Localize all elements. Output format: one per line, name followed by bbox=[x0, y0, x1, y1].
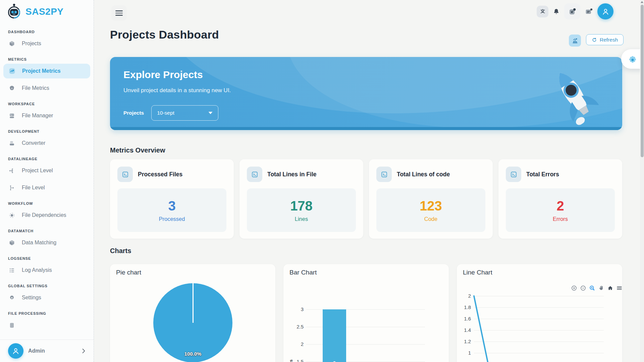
app-root: SAS2PY DASHBOARDProjectsMETRICSProject M… bbox=[0, 0, 644, 362]
target-icon bbox=[9, 212, 15, 219]
chart-title: Pie chart bbox=[116, 269, 141, 276]
sidebar-item-label: File Metrics bbox=[22, 85, 49, 91]
terminal-icon bbox=[247, 167, 262, 182]
caret-down-icon bbox=[208, 112, 213, 114]
app-name: SAS2PY bbox=[25, 6, 64, 17]
doc-icon bbox=[9, 322, 15, 328]
sidebar-item-converter[interactable]: Converter bbox=[3, 136, 90, 150]
refresh-icon bbox=[592, 37, 597, 43]
nav-section-label: DATALINEAGE bbox=[8, 157, 86, 161]
nav-section-label: WORKFLOW bbox=[8, 201, 86, 205]
sidebar-item-project-metrics[interactable]: Project Metrics bbox=[3, 64, 90, 78]
admin-menu[interactable]: Admin bbox=[0, 340, 94, 362]
metric-card-title: Total Lines of code bbox=[397, 171, 450, 178]
sidebar-item-settings[interactable]: Settings bbox=[3, 290, 90, 305]
drive-icon bbox=[9, 113, 15, 119]
bar-y-tick: 2 bbox=[283, 341, 304, 347]
page-scrollbar[interactable] bbox=[640, 0, 644, 362]
sidebar-item-projects[interactable]: Projects bbox=[3, 36, 90, 51]
nav-section-label: METRICS bbox=[8, 57, 86, 61]
project-select[interactable]: 10-sept bbox=[151, 105, 218, 121]
metric-value: 3 bbox=[168, 198, 175, 214]
user-avatar[interactable] bbox=[597, 3, 613, 19]
topbar-actions bbox=[537, 3, 613, 19]
chart-view-button[interactable] bbox=[569, 35, 581, 47]
banner-title: Explore Projects bbox=[123, 69, 203, 80]
page-title: Projects Dashboard bbox=[110, 28, 219, 41]
sidebar-item-file-level[interactable]: File Level bbox=[3, 180, 90, 195]
nav-section-label: DEVELOPMENT bbox=[8, 129, 86, 133]
metric-card-code: Total Lines of code 123 Code bbox=[369, 159, 493, 239]
projects-dropdown-label: Projects bbox=[123, 110, 144, 116]
metric-card-title: Total Lines in File bbox=[267, 171, 317, 178]
sidebar: SAS2PY DASHBOARDProjectsMETRICSProject M… bbox=[0, 0, 94, 362]
metric-value: 123 bbox=[420, 198, 442, 214]
metric-value: 178 bbox=[290, 198, 313, 214]
sidebar-item-label: Converter bbox=[22, 140, 45, 146]
nav-section-label: DATAMATCH bbox=[8, 229, 86, 233]
sidebar-item-file-metrics[interactable]: File Metrics bbox=[3, 81, 90, 96]
admin-label: Admin bbox=[28, 348, 80, 354]
terminal-icon bbox=[506, 167, 521, 182]
sidebar-item-label: Log Analysis bbox=[22, 267, 52, 273]
sidebar-item-label: Project Metrics bbox=[22, 68, 61, 74]
cube-icon bbox=[9, 41, 15, 47]
notification-bell-icon[interactable] bbox=[553, 8, 560, 15]
sidebar-item-label: File Level bbox=[22, 185, 45, 191]
sidebar-nav: DASHBOARDProjectsMETRICSProject MetricsF… bbox=[0, 30, 94, 333]
charts-grid: Pie chart 100.0%Bar Chart 3 2.5 2 1.5 3 … bbox=[110, 264, 622, 362]
metric-label: Processed bbox=[159, 216, 185, 222]
line-series[interactable] bbox=[457, 264, 622, 362]
nav-section-label: GLOBAL SETTINGS bbox=[8, 284, 86, 288]
nav-section-label: DASHBOARD bbox=[8, 30, 86, 34]
sidebar-item-data-matching[interactable]: Data Matching bbox=[3, 235, 90, 250]
trend-icon bbox=[9, 68, 15, 74]
metric-card-panel: 3 Processed bbox=[117, 188, 226, 232]
metric-card-panel: 178 Lines bbox=[247, 188, 356, 232]
nav-section-label: WORKSPACE bbox=[8, 102, 86, 106]
bar-chart-card: Bar Chart 3 2.5 2 1.5 3 Values bbox=[283, 264, 449, 362]
metric-label: Errors bbox=[553, 216, 568, 222]
scrollbar-thumb[interactable] bbox=[641, 5, 644, 157]
sidebar-item-label: Projects bbox=[22, 41, 41, 47]
scrollbar-up-arrow[interactable] bbox=[641, 1, 643, 3]
nav-section-label: FILE PROCESSING bbox=[8, 311, 86, 315]
metric-card-errors: Total Errors 2 Errors bbox=[498, 159, 622, 239]
sidebar-item-label: Settings bbox=[22, 295, 41, 301]
bar-y-tick: 3 bbox=[283, 306, 304, 312]
translate-icon[interactable] bbox=[537, 6, 548, 17]
metrics-heading: Metrics Overview bbox=[110, 146, 165, 154]
banner-bottom-strip bbox=[110, 127, 622, 130]
notes-icon[interactable] bbox=[585, 7, 593, 16]
bar[interactable] bbox=[323, 309, 346, 362]
terminal-icon bbox=[376, 167, 392, 182]
pie-chart-card: Pie chart 100.0% bbox=[110, 264, 275, 362]
sidebar-item-label: File Manager bbox=[22, 113, 53, 119]
charts-heading: Charts bbox=[110, 247, 131, 255]
robot-logo-icon bbox=[6, 3, 22, 20]
collapse-window-icon[interactable] bbox=[564, 3, 580, 19]
pie-data-label: 100.0% bbox=[176, 351, 210, 357]
sidebar-item-file-manager[interactable]: File Manager bbox=[3, 108, 90, 123]
admin-avatar bbox=[8, 343, 23, 359]
sidebar-item-project-level[interactable]: Project Level bbox=[3, 163, 90, 178]
metric-card-title: Total Errors bbox=[526, 171, 559, 178]
sidebar-toggle-button[interactable] bbox=[111, 5, 127, 21]
sidebar-item-file-dependencies[interactable]: File Dependencies bbox=[3, 208, 90, 223]
sidebar-item-log-analysis[interactable]: Log Analysis bbox=[3, 263, 90, 278]
metric-label: Code bbox=[424, 216, 437, 222]
converter-icon bbox=[9, 140, 15, 146]
line-chart-card: Line Chart 2 1.8 1.6 1.4 1.2 1 bbox=[457, 264, 622, 362]
sidebar-item-file-processing[interactable] bbox=[3, 318, 90, 333]
terminal-icon bbox=[117, 167, 133, 182]
sidebar-item-label: File Dependencies bbox=[22, 212, 66, 218]
sidebar-item-label: Project Level bbox=[22, 168, 53, 174]
refresh-label: Refresh bbox=[600, 37, 618, 43]
main-content: Projects Dashboard Refresh Expl bbox=[94, 0, 644, 362]
metrics-grid: Processed Files 3 Processed Total Lines … bbox=[110, 159, 622, 239]
metric-card-panel: 2 Errors bbox=[506, 188, 615, 232]
metric-card-processed: Processed Files 3 Processed bbox=[110, 159, 234, 239]
explore-projects-banner: Explore Projects Unveil project details … bbox=[110, 57, 622, 130]
refresh-button[interactable]: Refresh bbox=[586, 34, 624, 45]
app-logo[interactable]: SAS2PY bbox=[0, 0, 94, 23]
